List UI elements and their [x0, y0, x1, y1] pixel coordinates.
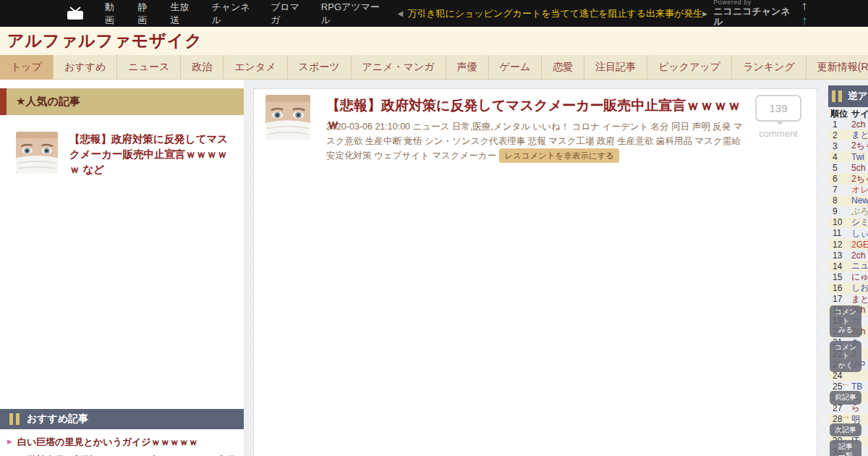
rank-number: 4	[828, 152, 851, 162]
ranked-site-link[interactable]: まと	[851, 293, 868, 305]
ranked-site-link[interactable]: 2ch	[851, 119, 865, 130]
category-tab[interactable]: ランキング	[732, 55, 807, 80]
ranking-row: 6 2ちゃ	[828, 173, 868, 184]
ranking-row: 17 まと	[828, 294, 868, 305]
left-sidebar: ★人気の記事 【悲報】政府対策に反発してマスクメーカー販売中止宣言ｗｗｗｗｗ な…	[0, 80, 244, 456]
category-tab[interactable]: 更新情報(RSS)#	[807, 55, 868, 80]
niconico-menu-item[interactable]: 静画	[129, 1, 162, 27]
category-tab[interactable]: 声優	[446, 55, 489, 80]
site-header: アルファルファモザイク	[0, 27, 868, 55]
category-tab[interactable]: ピックアップ	[647, 55, 732, 80]
popular-articles-header: ★人気の記事	[0, 88, 244, 115]
rank-number: 6	[828, 174, 851, 184]
ranking-row: 16 しお	[828, 282, 868, 293]
comment-bubble-icon: 139	[755, 95, 801, 122]
ranked-site-link[interactable]: しぃ	[851, 227, 868, 240]
up-arrow-teal-icon: ↑	[801, 14, 807, 28]
write-comment-button[interactable]: コメントかく	[830, 341, 861, 373]
ranking-row: 7 オレ	[828, 185, 868, 195]
rank-number: 15	[828, 272, 851, 282]
rank-number: 9	[828, 206, 851, 216]
category-tab[interactable]: ゲーム	[489, 55, 542, 80]
view-comments-button[interactable]: コメントみる	[830, 305, 861, 337]
ranking-title: 逆アクセスランキング	[848, 90, 868, 103]
topbar-right: ▶ Powered by ニコニコチャンネル ↑ ↑	[702, 0, 868, 28]
rank-number: 7	[828, 185, 851, 195]
recommend-article-link[interactable]: 二階幹事長、新型コロナとても危ないけれども意見大華こ	[17, 454, 239, 456]
rank-number: 12	[828, 240, 851, 250]
popular-article-title[interactable]: 【悲報】政府対策に反発してマスクメーカー販売中止宣言ｗｗｗｗｗ など	[69, 132, 233, 177]
ranked-site-link[interactable]: 2GE	[851, 240, 868, 250]
page-scroll-arrows-icon[interactable]: ↑ ↑	[801, 0, 812, 28]
comment-counter[interactable]: 139 comment	[754, 95, 802, 139]
recommend-article-list: ▶ 白い巨塔の里見とかいうガイジｗｗｗｗｗ ▶ 二階幹事長、新型コロナとても危な…	[7, 436, 239, 456]
next-article-button[interactable]: 次記事	[830, 423, 861, 437]
recommend-article-item[interactable]: ▶ 白い巨塔の里見とかいうガイジｗｗｗｗｗ	[7, 436, 239, 449]
ranking-row: 15 にゅ	[828, 271, 868, 282]
rank-number: 17	[828, 294, 851, 304]
niconico-channel-logo: ニコニコチャンネル	[713, 7, 792, 28]
category-tab[interactable]: トップ	[0, 55, 54, 80]
news-ticker[interactable]: 万引き犯にショッピングカートを当てて逃亡を阻止する出来事が発生	[407, 7, 702, 20]
floating-page-nav: コメントみる コメントかく ← 前記事 → 次記事 記事一覧 ↑ トップ	[830, 305, 861, 456]
ranking-row: 3 2ちゃ	[828, 140, 868, 151]
niconico-menu-item[interactable]: 生放送	[163, 1, 204, 27]
category-tab[interactable]: アニメ・マンガ	[352, 55, 446, 80]
site-column-header: サイト名	[851, 108, 868, 119]
niconico-menu-item[interactable]: ブロマガ	[263, 1, 313, 27]
ranking-row: 2 まと	[828, 130, 868, 140]
category-tab-bar: トップ おすすめ ニュース 政治 エンタメ スポーツ アニメ・マンガ 声優 ゲー…	[0, 55, 868, 80]
category-tab[interactable]: スポーツ	[288, 55, 352, 80]
ranked-site-link[interactable]: 2ch	[851, 250, 865, 261]
category-tab[interactable]: エンタメ	[224, 55, 287, 80]
right-arrow-icon[interactable]: →	[841, 410, 851, 421]
article-meta-tags: 2020-03-06 21:10:00 ニュース 日常,医療,メンタル いいね！…	[326, 119, 749, 163]
article-list-button[interactable]: 記事一覧	[830, 440, 861, 456]
recommend-article-link[interactable]: 白い巨塔の里見とかいうガイジｗｗｗｗｗ	[17, 436, 198, 449]
category-tab[interactable]: 政治	[181, 55, 224, 80]
niconico-menu-item[interactable]: チャンネル	[204, 1, 263, 27]
rank-number: 2	[828, 130, 851, 140]
ranked-site-link[interactable]: Twi	[851, 152, 864, 162]
rank-column-header: 順位	[828, 108, 851, 119]
rank-number: 14	[828, 261, 851, 271]
ranked-site-link[interactable]: New	[851, 195, 868, 206]
recommend-articles-header: おすすめ記事	[0, 409, 244, 429]
article-thumbnail-image[interactable]	[265, 95, 310, 140]
ranking-row: 4 Twi	[828, 151, 868, 162]
category-tab[interactable]: ニュース	[117, 55, 181, 80]
ranking-row: 10 シミ	[828, 217, 868, 228]
powered-by-channel[interactable]: Powered by ニコニコチャンネル	[713, 0, 792, 28]
double-bars-icon	[9, 413, 20, 425]
niconico-menu-item[interactable]: RPGアツマール	[313, 1, 391, 27]
site-title[interactable]: アルファルファモザイク	[7, 30, 203, 52]
niconico-top-bar: 動画静画生放送チャンネルブロマガRPGアツマール ◀ 万引き犯にショッピングカー…	[0, 0, 868, 27]
up-arrow-gray-icon: ↑	[801, 0, 807, 13]
left-arrow-icon[interactable]: ←	[841, 378, 851, 388]
niconico-menu-item[interactable]: 動画	[97, 1, 129, 27]
category-tab[interactable]: おすすめ	[54, 55, 117, 80]
article-card: 【悲報】政府対策に反発してマスクメーカー販売中止宣言ｗｗｗｗｗ 2020-03-…	[253, 88, 817, 456]
category-tab[interactable]: 注目記事	[584, 55, 647, 80]
comment-label: comment	[754, 128, 802, 139]
ticker-prev-icon[interactable]: ◀	[397, 9, 403, 17]
ranked-site-link[interactable]: 5ch	[851, 163, 865, 173]
prev-article-button[interactable]: 前記事	[830, 391, 861, 405]
rank-number: 1	[828, 119, 851, 130]
rank-number: 11	[828, 228, 851, 238]
ranked-site-link[interactable]: オレ	[851, 184, 868, 196]
ranking-row: 8 New	[828, 195, 868, 206]
rank-number: 8	[828, 195, 851, 206]
popular-article-item[interactable]: 【悲報】政府対策に反発してマスクメーカー販売中止宣言ｗｗｗｗｗ など	[16, 132, 233, 177]
ranking-row: 14 ニュ	[828, 261, 868, 271]
niconico-tv-icon[interactable]	[67, 7, 84, 21]
recommend-article-item[interactable]: ▶ 二階幹事長、新型コロナとても危ないけれども意見大華こ	[7, 454, 239, 456]
ranked-site-link[interactable]: 2ちゃ	[851, 140, 868, 152]
rank-number: 3	[828, 141, 851, 151]
hide-comments-button[interactable]: レスコメントを非表示にする	[499, 148, 619, 163]
ranking-row: 13 2ch	[828, 250, 868, 261]
ranking-row: 5 5ch	[828, 162, 868, 173]
rank-number: 13	[828, 250, 851, 261]
category-tab[interactable]: 恋愛	[542, 55, 584, 80]
ranking-row: 9 ぶろ	[828, 206, 868, 217]
